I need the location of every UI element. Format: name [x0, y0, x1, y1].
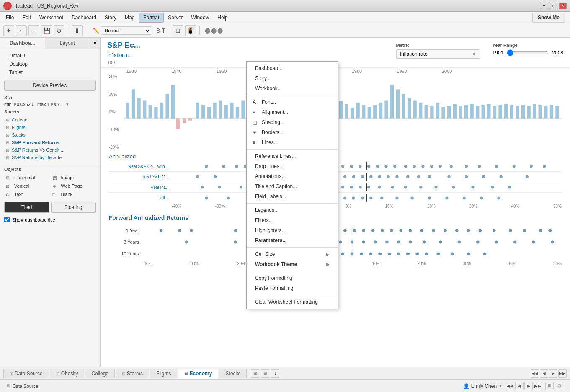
bold-btn[interactable]: B — [156, 27, 160, 34]
nav-last-btn[interactable]: ▶▶ — [558, 369, 567, 378]
undo-button[interactable]: ← — [16, 25, 27, 36]
menu-story[interactable]: Story — [101, 13, 121, 22]
status-nav-next[interactable]: ▶ — [524, 382, 533, 390]
nav-prev-btn[interactable]: ◀ — [540, 369, 548, 378]
format-select[interactable]: Normal — [101, 26, 151, 35]
datasource-status[interactable]: ⊞ Data Source — [7, 384, 38, 389]
object-blank[interactable]: □ Blank — [51, 191, 96, 198]
menu-window[interactable]: Window — [187, 13, 214, 22]
show-me-button[interactable]: Show Me — [532, 13, 565, 23]
size-dropdown-icon[interactable]: ▼ — [65, 102, 70, 107]
nav-next-btn[interactable]: ▶ — [549, 369, 557, 378]
pause-button[interactable]: ⏸ — [72, 25, 83, 36]
menu-server[interactable]: Server — [164, 13, 187, 22]
menu-item-dashboard[interactable]: Dashboard... — [247, 63, 338, 73]
metric-select[interactable]: Inflation rate ▼ — [396, 49, 480, 59]
tab-flights[interactable]: Flights — [150, 369, 177, 378]
status-nav-last[interactable]: ▶▶ — [534, 382, 542, 390]
menu-item-drop-lines[interactable]: Drop Lines... — [247, 161, 338, 171]
svg-rect-53 — [430, 106, 433, 118]
close-button[interactable]: × — [559, 3, 567, 9]
new-button[interactable]: ✦ — [3, 25, 14, 36]
menu-edit[interactable]: Edit — [18, 13, 35, 22]
menu-item-copy-formatting[interactable]: Copy Formatting — [247, 273, 338, 283]
menu-item-alignment[interactable]: ≡Alignment... — [247, 107, 338, 117]
menu-item-story[interactable]: Story... — [247, 73, 338, 83]
tiled-button[interactable]: Tiled — [4, 202, 49, 213]
sheet-sp-returns-decade[interactable]: ⊞ S&P Returns by Decade — [4, 154, 96, 161]
sheet-college[interactable]: ⊞ College — [4, 116, 96, 124]
menu-item-filters[interactable]: Filters... — [247, 215, 338, 225]
year-range-slider[interactable] — [507, 49, 549, 56]
device-desktop[interactable]: Desktop — [4, 60, 96, 68]
sidebar-tab-dashboard[interactable]: Dashboa... — [0, 38, 45, 49]
italic-btn[interactable]: T — [162, 27, 165, 34]
object-image[interactable]: 🖼 Image — [51, 174, 96, 181]
menu-help[interactable]: Help — [213, 13, 232, 22]
menu-item-highlighters[interactable]: Highlighters... — [247, 225, 338, 235]
menu-worksheet[interactable]: Worksheet — [35, 13, 67, 22]
menu-item-reference-lines[interactable]: Reference Lines... — [247, 151, 338, 161]
menu-dashboard[interactable]: Dashboard — [67, 13, 101, 22]
menu-item-legends[interactable]: Legends... — [247, 205, 338, 215]
menu-item-clear-formatting[interactable]: Clear Worksheet Formatting — [247, 297, 338, 307]
add-data-button[interactable]: ⊕ — [54, 25, 64, 36]
device-preview-button[interactable]: Device Preview — [4, 80, 96, 91]
sheet-sp-returns-vs[interactable]: ⊞ S&P Returns Vs Conditi... — [4, 146, 96, 154]
tab-stocks[interactable]: Stocks — [219, 369, 247, 378]
object-text[interactable]: A Text — [4, 191, 49, 198]
table-btn[interactable]: ⊞ — [173, 25, 183, 36]
filmstrip-view-btn[interactable]: ⊟ — [555, 382, 563, 390]
tab-down-btn[interactable]: ↓ — [271, 369, 279, 378]
object-horizontal[interactable]: ⊞ Horizontal — [4, 174, 49, 181]
svg-rect-5 — [149, 105, 152, 118]
menu-item-workbook-theme[interactable]: Workbook Theme ▶ — [247, 259, 338, 269]
object-webpage[interactable]: ⊕ Web Page — [51, 183, 96, 189]
tab-obesity[interactable]: ⊞ Obesity — [50, 369, 85, 378]
tab-storms[interactable]: ⊞ Storms — [116, 369, 149, 378]
menu-item-borders[interactable]: ⊞Borders... — [247, 127, 338, 137]
menu-item-paste-formatting[interactable]: Paste Formatting — [247, 283, 338, 293]
sidebar-tab-dropdown[interactable]: ▼ — [90, 38, 100, 49]
menu-item-annotations[interactable]: Annotations... — [247, 171, 338, 181]
svg-point-124 — [387, 175, 390, 178]
menu-item-cell-size[interactable]: Cell Size ▶ — [247, 249, 338, 259]
redo-button[interactable]: → — [28, 25, 39, 36]
format-dropdown-menu: Dashboard... Story... Workbook... AFont.… — [246, 61, 338, 309]
sheet-flights[interactable]: ⊞ Flights — [4, 124, 96, 131]
tab-college[interactable]: College — [85, 369, 115, 378]
phone-btn[interactable]: 📱 — [185, 25, 196, 36]
grid-view-btn[interactable]: ⊞ — [545, 382, 554, 390]
menu-item-title-caption[interactable]: Title and Caption... — [247, 181, 338, 191]
minimize-button[interactable]: − — [541, 3, 548, 9]
tiled-floating-section: Tiled Floating — [0, 199, 100, 215]
maximize-button[interactable]: □ — [550, 3, 557, 9]
object-vertical[interactable]: ⊞ Vertical — [4, 183, 49, 189]
menu-item-field-labels[interactable]: Field Labels... — [247, 191, 338, 201]
sheet-stocks[interactable]: ⊞ Stocks — [4, 131, 96, 139]
nav-first-btn[interactable]: ◀◀ — [531, 369, 539, 378]
menu-item-parameters[interactable]: Parameters... — [247, 235, 338, 245]
menu-format[interactable]: Format — [139, 13, 164, 23]
menu-item-workbook[interactable]: Workbook... — [247, 83, 338, 93]
tab-capture-btn[interactable]: ⊞ — [251, 369, 259, 378]
floating-button[interactable]: Floating — [51, 202, 96, 213]
tab-economy[interactable]: ⊞ Economy — [178, 369, 218, 379]
device-default[interactable]: Default — [4, 52, 96, 60]
show-title-checkbox[interactable] — [4, 217, 10, 222]
menu-item-shading[interactable]: ◫Shading... — [247, 117, 338, 127]
save-button[interactable]: 💾 — [41, 25, 52, 36]
sheet-sp-forward[interactable]: ⊞ S&P Forward Returns — [4, 139, 96, 146]
shading-menu-icon: ◫ — [253, 119, 257, 125]
status-nav-first[interactable]: ◀◀ — [506, 382, 514, 390]
device-tablet[interactable]: Tablet — [4, 68, 96, 77]
menu-item-font[interactable]: AFont... — [247, 97, 338, 107]
menu-item-lines[interactable]: ≡Lines... — [247, 137, 338, 147]
menu-map[interactable]: Map — [121, 13, 139, 22]
user-dropdown-icon[interactable]: ▼ — [498, 384, 503, 388]
tab-action-btn[interactable]: ⊟ — [261, 369, 269, 378]
sidebar-tab-layout[interactable]: Layout — [45, 38, 90, 49]
tab-datasource[interactable]: ⊞ Data Source — [3, 369, 49, 378]
status-nav-prev[interactable]: ◀ — [515, 382, 524, 390]
menu-file[interactable]: File — [2, 13, 18, 22]
